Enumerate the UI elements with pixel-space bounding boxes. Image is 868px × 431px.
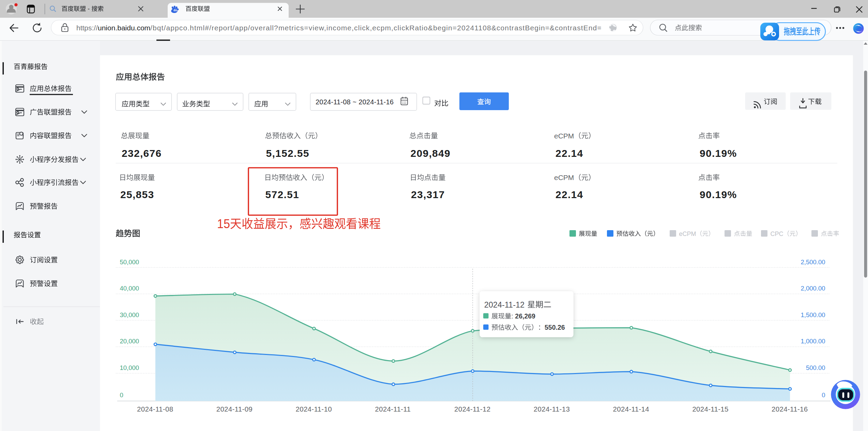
svg-text:50,000: 50,000 — [120, 258, 139, 266]
svg-text:2024-11-11: 2024-11-11 — [375, 405, 411, 413]
svg-text:0: 0 — [822, 391, 825, 399]
svg-text:550.26: 550.26 — [545, 324, 565, 331]
svg-text:2024-11-15: 2024-11-15 — [692, 405, 728, 413]
svg-text:15: 15 — [217, 217, 230, 231]
svg-text:2024-11-08: 2024-11-08 — [137, 405, 173, 413]
svg-text:2024-11-09: 2024-11-09 — [216, 405, 253, 413]
svg-text:23,317: 23,317 — [411, 189, 445, 200]
svg-text:90.19%: 90.19% — [700, 148, 737, 159]
svg-text:40,000: 40,000 — [120, 285, 139, 292]
svg-text:572.51: 572.51 — [265, 189, 300, 200]
svg-text:https://: https:// — [76, 24, 98, 32]
svg-text:2024-11-08 ~ 2024-11-16: 2024-11-08 ~ 2024-11-16 — [316, 98, 394, 106]
svg-text:2024-11-12: 2024-11-12 — [484, 300, 527, 309]
svg-text:2024-11-12: 2024-11-12 — [454, 405, 490, 413]
svg-text:eCPM: eCPM — [679, 231, 696, 237]
svg-text:10,000: 10,000 — [120, 364, 139, 371]
svg-text:5,152.55: 5,152.55 — [266, 148, 309, 159]
svg-text:90.19%: 90.19% — [700, 189, 737, 200]
svg-text:2,000.00: 2,000.00 — [801, 285, 825, 292]
svg-text::: : — [512, 312, 515, 320]
svg-text:25,853: 25,853 — [120, 189, 154, 200]
svg-text:1,500.00: 1,500.00 — [801, 311, 825, 318]
svg-text:eCPM: eCPM — [554, 132, 574, 140]
svg-text:2024-11-14: 2024-11-14 — [613, 405, 649, 413]
svg-text:2,500.00: 2,500.00 — [801, 258, 825, 266]
svg-text:500.00: 500.00 — [806, 364, 825, 371]
svg-text:1,000.00: 1,000.00 — [801, 338, 825, 345]
svg-text:2024-11-16: 2024-11-16 — [772, 405, 808, 413]
svg-text:eCPM: eCPM — [554, 174, 574, 181]
svg-text:CPC: CPC — [771, 231, 783, 237]
svg-text:2024-11-10: 2024-11-10 — [296, 405, 332, 413]
svg-text:22.14: 22.14 — [555, 148, 583, 159]
svg-text:209,849: 209,849 — [411, 148, 451, 159]
svg-text:2024-11-13: 2024-11-13 — [534, 405, 570, 413]
svg-text:232,676: 232,676 — [122, 148, 162, 159]
svg-text:/bqt/appco.html#/report/app/ov: /bqt/appco.html#/report/app/overall?metr… — [150, 24, 602, 32]
svg-text:26,269: 26,269 — [515, 312, 535, 320]
svg-text:30,000: 30,000 — [120, 311, 139, 318]
svg-text:0: 0 — [120, 391, 123, 399]
svg-text:du: du — [173, 9, 177, 12]
svg-text:22.14: 22.14 — [555, 189, 583, 200]
svg-text:-: - — [86, 5, 91, 12]
svg-text:20,000: 20,000 — [120, 338, 139, 345]
svg-text:union.baidu.com: union.baidu.com — [98, 24, 150, 32]
